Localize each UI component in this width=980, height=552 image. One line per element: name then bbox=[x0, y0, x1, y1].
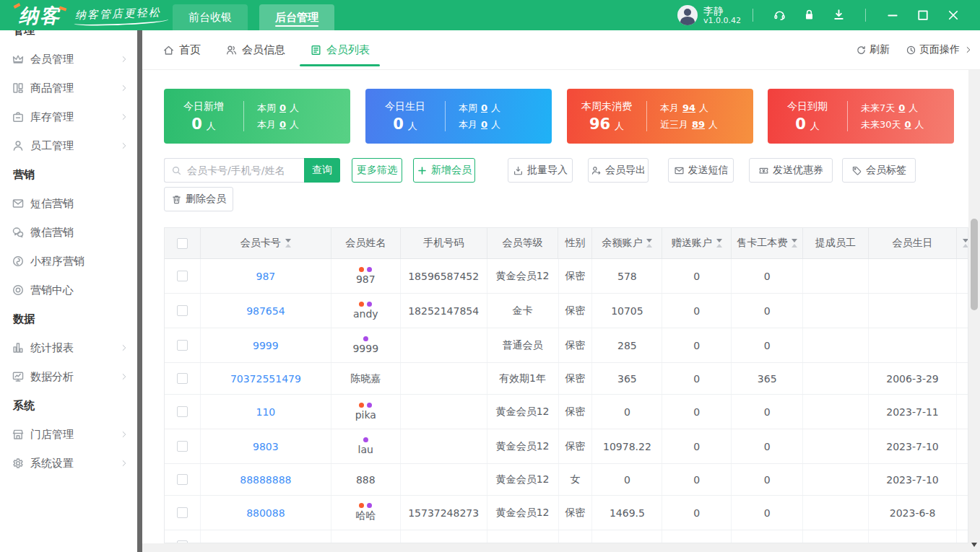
row-checkbox[interactable] bbox=[177, 406, 188, 417]
add-member-button[interactable]: 新增会员 bbox=[413, 158, 475, 183]
close-button[interactable] bbox=[946, 8, 961, 22]
send-sms-button[interactable]: 发送短信 bbox=[668, 158, 734, 183]
sub-row-value[interactable]: 0 bbox=[481, 102, 487, 113]
download-icon[interactable] bbox=[832, 8, 846, 22]
refresh-button[interactable]: 刷新 bbox=[856, 43, 890, 56]
sidebar-item-label: 库存管理 bbox=[30, 110, 74, 124]
batch-import-button[interactable]: 批量导入 bbox=[508, 158, 573, 183]
sidebar-item-miniapp-marketing[interactable]: 小程序营销 bbox=[0, 247, 137, 276]
sidebar-item-stat-report[interactable]: 统计报表 bbox=[0, 333, 137, 362]
sub-row-value[interactable]: 0 bbox=[279, 119, 286, 130]
tab-home[interactable]: 首页 bbox=[162, 30, 201, 69]
row-checkbox[interactable] bbox=[177, 474, 188, 485]
sub-row-value[interactable]: 94 bbox=[682, 102, 695, 113]
main-area: 首页 会员信息 会员列表 刷新 页面操作 bbox=[142, 30, 980, 552]
column-header-card_no[interactable]: 会员卡号 bbox=[201, 228, 331, 258]
member-name: pika bbox=[355, 409, 376, 421]
sidebar-item-sms-marketing[interactable]: 短信营销 bbox=[0, 189, 137, 218]
select-all-checkbox[interactable] bbox=[177, 238, 188, 249]
cell-birthday bbox=[869, 530, 957, 543]
send-coupon-button[interactable]: 发送优惠券 bbox=[749, 158, 833, 183]
sort-icon[interactable] bbox=[646, 239, 652, 247]
sidebar-item-staff-mgmt[interactable]: 员工管理 bbox=[0, 131, 137, 160]
row-checkbox[interactable] bbox=[177, 271, 188, 281]
sub-row-value[interactable]: 0 bbox=[279, 102, 286, 113]
minimize-button[interactable] bbox=[885, 8, 900, 22]
cell-staff bbox=[803, 395, 869, 429]
tab-member-info[interactable]: 会员信息 bbox=[225, 30, 285, 69]
row-checkbox[interactable] bbox=[177, 507, 188, 518]
sidebar-section-title: 系统 bbox=[0, 391, 137, 420]
coupon-icon bbox=[758, 165, 769, 176]
cell-partial bbox=[957, 464, 968, 495]
lock-icon[interactable] bbox=[802, 8, 816, 22]
column-header-gift[interactable]: 赠送账户 bbox=[662, 228, 732, 258]
member-card-link[interactable]: 110 bbox=[256, 406, 276, 418]
row-checkbox[interactable] bbox=[177, 441, 188, 452]
sidebar-scrollbar[interactable] bbox=[137, 30, 142, 552]
member-tags-button[interactable]: 会员标签 bbox=[842, 158, 916, 183]
sidebar-item-data-analysis[interactable]: 数据分析 bbox=[0, 362, 137, 391]
cell-gift: 0 bbox=[662, 259, 732, 293]
row-checkbox[interactable] bbox=[177, 305, 188, 316]
search-input[interactable] bbox=[187, 165, 304, 176]
sort-icon[interactable] bbox=[716, 239, 722, 247]
cell-level: 黄金会员12 bbox=[487, 464, 559, 495]
sort-icon[interactable] bbox=[792, 239, 797, 247]
sidebar-item-marketing-center[interactable]: 营销中心 bbox=[0, 276, 137, 305]
sidebar-item-store-mgmt[interactable]: 门店管理 bbox=[0, 420, 137, 449]
sub-row-value[interactable]: 89 bbox=[692, 119, 705, 130]
cell-birthday bbox=[869, 259, 957, 293]
cell-level: 黄金会员12 bbox=[487, 429, 559, 463]
brand-logo: 纳客 bbox=[19, 6, 61, 25]
sort-asc-caret bbox=[646, 244, 652, 247]
member-card-link[interactable]: 987654 bbox=[246, 305, 285, 317]
page-operations-button[interactable]: 页面操作 bbox=[906, 43, 973, 56]
row-checkbox[interactable] bbox=[177, 373, 188, 384]
sort-icon[interactable] bbox=[963, 239, 968, 247]
cell-select bbox=[165, 294, 201, 328]
scrollbar-down-arrow[interactable] bbox=[971, 543, 977, 547]
vertical-scrollbar[interactable] bbox=[968, 70, 980, 552]
cell-gift: 0 bbox=[662, 328, 732, 362]
app-window: 纳客 纳客管店更轻松 前台收银 后台管理 李静 v1.0.0.42 管理会员管理… bbox=[0, 0, 980, 552]
member-card-link[interactable]: 987 bbox=[256, 271, 276, 282]
sidebar-item-member-mgmt[interactable]: 会员管理 bbox=[0, 45, 137, 74]
row-checkbox[interactable] bbox=[177, 340, 188, 351]
member-card-link[interactable]: 9999 bbox=[253, 340, 279, 351]
content-panel: 今日新增0人本周0人本月0人今日生日0人本周0人本月0人本周未消费96人本月94… bbox=[142, 71, 968, 543]
avatar[interactable] bbox=[677, 5, 698, 25]
column-header-card_fee[interactable]: 售卡工本费 bbox=[732, 228, 803, 258]
customer-service-icon[interactable] bbox=[773, 8, 786, 22]
cell-card_fee: 0 bbox=[732, 395, 803, 429]
sort-icon[interactable] bbox=[285, 239, 291, 247]
column-header-balance[interactable]: 余额账户 bbox=[592, 228, 662, 258]
sidebar-item-wechat-marketing[interactable]: 微信营销 bbox=[0, 218, 137, 247]
sub-row-unit: 人 bbox=[491, 102, 500, 113]
maximize-button[interactable] bbox=[916, 8, 930, 22]
sub-row-value[interactable]: 0 bbox=[898, 102, 905, 113]
cell-staff bbox=[803, 429, 869, 463]
export-members-button[interactable]: 会员导出 bbox=[588, 158, 649, 183]
member-card-link[interactable]: 88888888 bbox=[240, 474, 291, 486]
delete-member-button[interactable]: 删除会员 bbox=[164, 187, 233, 211]
cell-card_no bbox=[201, 530, 331, 543]
sub-row-value[interactable]: 0 bbox=[905, 119, 911, 130]
nav-tab-backend-admin[interactable]: 后台管理 bbox=[259, 4, 334, 30]
sidebar-item-stock-mgmt[interactable]: 库存管理 bbox=[0, 102, 137, 131]
sidebar-item-product-mgmt[interactable]: 商品管理 bbox=[0, 74, 137, 102]
tab-member-list[interactable]: 会员列表 bbox=[310, 30, 370, 69]
member-card-link[interactable]: 70372551479 bbox=[230, 373, 301, 385]
member-card-link[interactable]: 9803 bbox=[253, 441, 279, 452]
sidebar-item-system-settings[interactable]: 系统设置 bbox=[0, 449, 137, 478]
query-button[interactable]: 查询 bbox=[304, 158, 340, 183]
scrollbar-thumb[interactable] bbox=[971, 219, 978, 310]
button-label: 会员标签 bbox=[866, 164, 906, 177]
cell-value: 10978.22 bbox=[603, 441, 651, 452]
member-card-link[interactable]: 880088 bbox=[246, 507, 285, 519]
more-filters-button[interactable]: 更多筛选 bbox=[352, 158, 402, 183]
sub-row-value[interactable]: 0 bbox=[481, 119, 487, 130]
nav-tab-front-cashier[interactable]: 前台收银 bbox=[173, 4, 248, 30]
cell-card_fee: 365 bbox=[732, 363, 803, 394]
column-header-partial[interactable] bbox=[957, 228, 968, 258]
